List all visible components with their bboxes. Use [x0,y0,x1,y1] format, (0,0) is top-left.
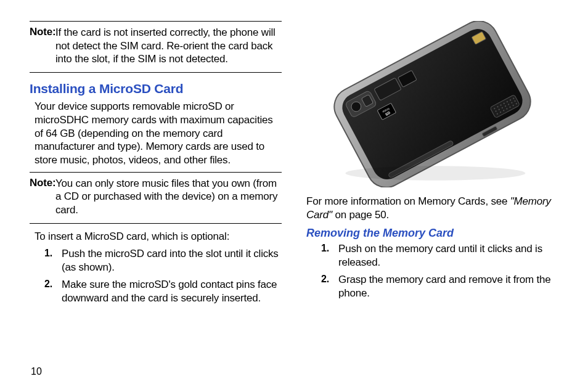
list-item: 2. Grasp the memory card and remove it f… [321,273,558,300]
manual-page: Note: If the card is not inserted correc… [0,0,588,392]
list-item: 1. Push the microSD card into the slot u… [44,247,282,274]
step-number: 1. [44,247,52,260]
list-item: 1. Push on the memory card until it clic… [321,242,558,269]
note2-rule-top [30,172,282,173]
note-label: Note: [30,26,55,38]
note-label: Note: [30,177,55,189]
remove-steps-list: 1. Push on the memory card until it clic… [306,242,558,300]
ref-pre: For more information on Memory Cards, se… [306,195,510,207]
step-text: Make sure the microSD's gold contact pin… [62,279,277,304]
step-number: 1. [321,242,329,255]
step-text: Push on the memory card until it clicks … [338,243,542,268]
note-rule-top [30,21,282,22]
step-number: 2. [321,273,329,286]
device-figure: micro SD [306,21,558,187]
phone-back-illustration-icon: micro SD [306,21,558,187]
note2-rule-bottom [30,223,282,224]
step-text: Push the microSD card into the slot unti… [62,248,279,273]
svg-point-34 [345,166,525,180]
right-column: micro SD [306,21,558,309]
insert-steps-list: 1. Push the microSD card into the slot u… [30,247,282,305]
insert-lead: To insert a MicroSD card, which is optio… [35,230,282,243]
note-sim: Note: If the card is not inserted correc… [30,23,282,68]
list-item: 2. Make sure the microSD's gold contact … [44,278,282,305]
page-number: 10 [31,366,42,377]
note-music: Note: You can only store music files tha… [30,174,282,219]
step-number: 2. [44,278,52,291]
note-text: If the card is not inserted correctly, t… [55,26,282,66]
step-text: Grasp the memory card and remove it from… [338,274,551,299]
subheading-removing: Removing the Memory Card [306,227,558,240]
reference-paragraph: For more information on Memory Cards, se… [306,195,558,222]
section-heading-installing: Installing a MicroSD Card [30,81,282,96]
note-rule-bottom [30,72,282,73]
left-column: Note: If the card is not inserted correc… [30,21,282,309]
note-text: You can only store music files that you … [55,177,282,217]
intro-paragraph: Your device supports removable microSD o… [35,100,282,167]
two-column-layout: Note: If the card is not inserted correc… [30,21,558,309]
ref-post: on page 50. [332,209,389,221]
